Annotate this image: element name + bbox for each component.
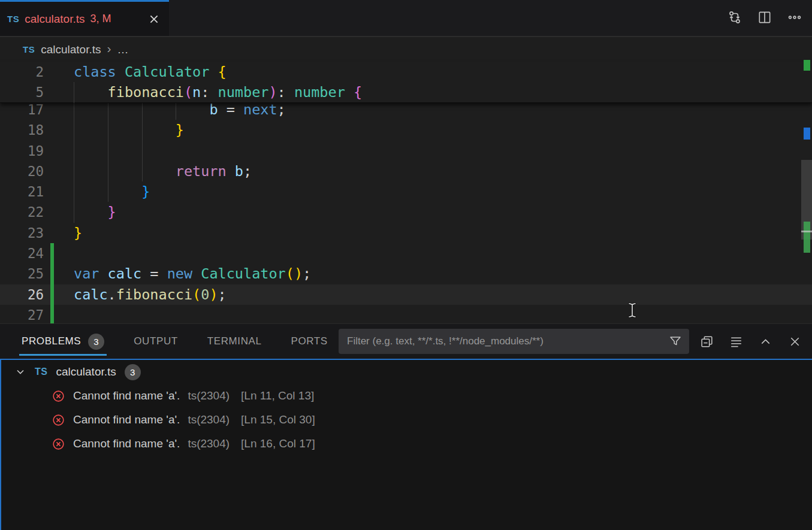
problem-item[interactable]: Cannot find name 'a'. ts(2304) [Ln 15, C…	[1, 408, 812, 432]
tab-close-icon[interactable]	[146, 11, 162, 27]
code-line-19[interactable]: 19	[0, 141, 812, 161]
git-added-marker	[50, 305, 54, 323]
line-number[interactable]: 2	[0, 62, 44, 82]
tab-problems-label: PROBLEMS	[22, 335, 81, 347]
tab-output-label: OUTPUT	[134, 335, 177, 347]
editor-gutter[interactable]: 26	[0, 284, 74, 305]
code-editor[interactable]: TS calculator.ts › … 17 b = next;18 }192…	[0, 37, 812, 323]
problem-source: ts(2304)	[188, 437, 230, 450]
editor-gutter[interactable]: 20	[0, 161, 74, 181]
editor-gutter[interactable]: 2	[0, 62, 74, 82]
panel-actions	[699, 334, 802, 349]
editor-gutter[interactable]: 24	[0, 243, 74, 264]
breadcrumb: TS calculator.ts › …	[0, 37, 812, 62]
breadcrumb-file[interactable]: calculator.ts	[41, 43, 101, 56]
indent-guide	[74, 141, 74, 161]
code-text: fibonacci(n: number): number {	[74, 82, 362, 102]
line-number[interactable]: 18	[0, 120, 44, 140]
maximize-panel-icon[interactable]	[757, 334, 773, 349]
code-line-21[interactable]: 21 }	[0, 181, 812, 202]
overview-modified-mark	[804, 128, 810, 140]
problem-item[interactable]: Cannot find name 'a'. ts(2304) [Ln 11, C…	[1, 384, 812, 408]
code-line-26[interactable]: 26calc.fibonacci(0);	[0, 284, 812, 305]
code-line-27[interactable]: 27	[0, 305, 812, 323]
line-number[interactable]: 26	[0, 284, 44, 305]
editor-tab-calculator[interactable]: TS calculator.ts 3, M	[0, 0, 169, 36]
panel-header: PROBLEMS 3 OUTPUT TERMINAL PORTS	[0, 324, 812, 359]
close-panel-icon[interactable]	[787, 334, 802, 349]
git-added-marker	[50, 264, 54, 284]
filter-funnel-icon[interactable]	[666, 332, 684, 350]
code-line-20[interactable]: 20 return b;	[0, 161, 812, 181]
overview-cursor-mark	[801, 231, 812, 232]
code-line-18[interactable]: 18 }	[0, 120, 812, 140]
problems-filter-input[interactable]	[339, 335, 666, 347]
code-text: calc.fibonacci(0);	[74, 284, 227, 305]
collapse-all-icon[interactable]	[699, 334, 714, 349]
tab-terminal[interactable]: TERMINAL	[207, 324, 262, 359]
split-editor-icon[interactable]	[757, 10, 772, 25]
problem-source: ts(2304)	[188, 413, 230, 426]
editor-gutter[interactable]: 5	[0, 82, 74, 102]
line-number[interactable]: 21	[0, 181, 44, 202]
tab-title: calculator.ts	[25, 13, 84, 26]
overview-ruler	[801, 37, 812, 323]
file-problems-count-badge: 3	[125, 364, 141, 380]
code-line-2[interactable]: 2class Calculator {	[0, 62, 812, 82]
line-number[interactable]: 27	[0, 305, 44, 323]
bottom-panel: PROBLEMS 3 OUTPUT TERMINAL PORTS	[0, 323, 812, 530]
code-text: class Calculator {	[74, 62, 227, 82]
code-lines[interactable]: 17 b = next;18 }1920 return b;21 }22 }23…	[0, 99, 812, 323]
sticky-scroll[interactable]: 2class Calculator {5 fibonacci(n: number…	[0, 62, 812, 103]
code-line-25[interactable]: 25var calc = new Calculator();	[0, 264, 812, 284]
open-changes-icon[interactable]	[727, 10, 742, 25]
line-number[interactable]: 24	[0, 243, 44, 264]
tab-problems[interactable]: PROBLEMS 3	[22, 324, 104, 359]
tab-problems-modified-indicator: 3, M	[90, 13, 111, 25]
problems-count-badge: 3	[88, 334, 104, 350]
chevron-down-icon[interactable]	[14, 366, 26, 378]
code-text: return b;	[74, 161, 252, 181]
problem-location: [Ln 15, Col 30]	[241, 413, 315, 426]
line-number[interactable]: 23	[0, 223, 44, 243]
editor-gutter[interactable]: 23	[0, 223, 74, 243]
code-text: }	[74, 181, 150, 202]
line-number[interactable]: 22	[0, 202, 44, 222]
line-number[interactable]: 5	[0, 82, 44, 102]
problem-item[interactable]: Cannot find name 'a'. ts(2304) [Ln 16, C…	[1, 432, 812, 456]
problem-location: [Ln 16, Col 17]	[241, 437, 315, 450]
breadcrumb-more[interactable]: …	[117, 43, 129, 56]
code-line-22[interactable]: 22 }	[0, 202, 812, 222]
problems-file-group[interactable]: TS calculator.ts 3	[1, 360, 812, 384]
tab-output[interactable]: OUTPUT	[134, 324, 177, 359]
code-text: }	[74, 223, 82, 243]
code-text: }	[74, 202, 116, 222]
editor-gutter[interactable]: 27	[0, 305, 74, 323]
view-as-table-icon[interactable]	[728, 334, 744, 349]
problem-source: ts(2304)	[188, 389, 230, 402]
editor-gutter[interactable]: 21	[0, 181, 74, 202]
panel-tabs: PROBLEMS 3 OUTPUT TERMINAL PORTS	[22, 324, 328, 359]
editor-gutter[interactable]: 19	[0, 141, 74, 161]
more-actions-icon[interactable]	[787, 10, 802, 25]
line-number[interactable]: 20	[0, 161, 44, 181]
git-added-marker	[50, 284, 54, 305]
tab-ports-label: PORTS	[291, 335, 328, 347]
overview-git-added-mark	[804, 60, 810, 71]
error-icon	[52, 389, 65, 403]
line-number[interactable]: 19	[0, 141, 44, 161]
editor-gutter[interactable]: 22	[0, 202, 74, 222]
problem-message: Cannot find name 'a'.	[73, 413, 180, 426]
error-icon	[52, 413, 65, 427]
code-line-23[interactable]: 23}	[0, 223, 812, 243]
tab-terminal-label: TERMINAL	[207, 335, 262, 347]
problems-file-name: calculator.ts	[56, 365, 116, 378]
code-line-24[interactable]: 24	[0, 243, 812, 264]
editor-gutter[interactable]: 18	[0, 120, 74, 140]
code-line-5[interactable]: 5 fibonacci(n: number): number {	[0, 82, 812, 102]
tab-ports[interactable]: PORTS	[291, 324, 328, 359]
line-number[interactable]: 25	[0, 264, 44, 284]
editor-gutter[interactable]: 25	[0, 264, 74, 284]
problems-list: TS calculator.ts 3 Cannot find name 'a'.…	[0, 359, 812, 530]
indent-guide	[108, 141, 108, 161]
